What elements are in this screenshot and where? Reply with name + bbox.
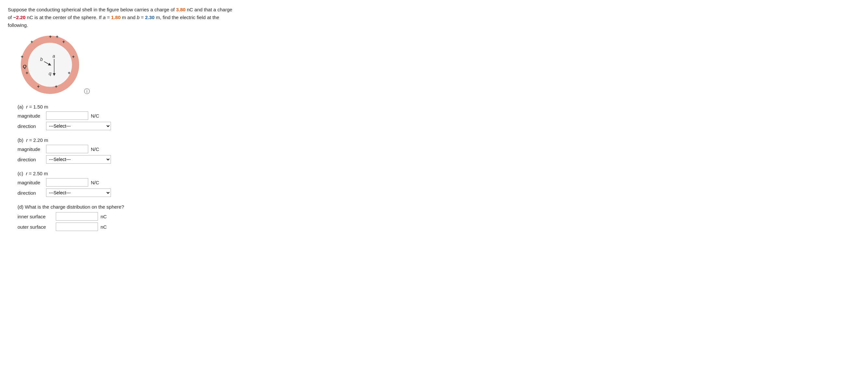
part-b-label: (b) r = 2.20 m — [18, 137, 860, 143]
svg-text:Q: Q — [23, 64, 27, 69]
part-c-magnitude-row: magnitude N/C — [18, 178, 860, 186]
part-a-direction-row: direction ---Select--- radially inward r… — [18, 122, 860, 130]
direction-label-b: direction — [18, 157, 43, 162]
part-a-label: (a) r = 1.50 m — [18, 104, 860, 109]
svg-text:+: + — [26, 70, 28, 75]
unit-label-b: N/C — [91, 146, 99, 152]
svg-text:+: + — [55, 84, 57, 89]
svg-text:+: + — [62, 39, 65, 44]
svg-text:+: + — [72, 54, 74, 59]
magnitude-label-a: magnitude — [18, 113, 43, 118]
part-b-direction-row: direction ---Select--- radially inward r… — [18, 155, 860, 164]
part-c-section: (c) r = 2.50 m magnitude N/C direction -… — [18, 171, 860, 197]
part-b-section: (b) r = 2.20 m magnitude N/C direction -… — [18, 137, 860, 164]
problem-statement: Suppose the conducting spherical shell i… — [8, 6, 235, 29]
svg-text:a: a — [53, 54, 55, 59]
unit-label-c: N/C — [91, 180, 99, 185]
magnitude-input-b[interactable] — [46, 145, 88, 153]
direction-label-c: direction — [18, 190, 43, 196]
charge-center-value: −2.20 — [13, 14, 26, 20]
inner-surface-unit: nC — [100, 214, 107, 219]
svg-text:q: q — [49, 71, 52, 76]
part-a-magnitude-row: magnitude N/C — [18, 111, 860, 120]
outer-surface-input[interactable] — [56, 222, 98, 231]
svg-text:+: + — [30, 39, 33, 44]
part-d-section: (d) What is the charge distribution on t… — [18, 204, 860, 231]
direction-select-a[interactable]: ---Select--- radially inward radially ou… — [46, 122, 111, 130]
inner-surface-input[interactable] — [56, 212, 98, 220]
svg-text:+: + — [21, 54, 23, 59]
part-a-section: (a) r = 1.50 m magnitude N/C direction -… — [18, 104, 860, 130]
svg-text:+: + — [68, 70, 70, 75]
info-icon[interactable]: ⓘ — [84, 88, 90, 95]
magnitude-label-c: magnitude — [18, 180, 43, 185]
direction-label-a: direction — [18, 124, 43, 129]
charge-q-value: 3.80 — [176, 7, 186, 12]
inner-surface-row: inner surface nC — [18, 212, 860, 220]
b-value: 2.30 — [145, 14, 154, 20]
svg-text:+: + — [49, 34, 52, 39]
part-b-magnitude-row: magnitude N/C — [18, 145, 860, 153]
direction-select-c[interactable]: ---Select--- radially inward radially ou… — [46, 188, 111, 197]
part-c-direction-row: direction ---Select--- radially inward r… — [18, 188, 860, 197]
svg-text:b: b — [40, 57, 43, 62]
outer-surface-row: outer surface nC — [18, 222, 860, 231]
magnitude-input-c[interactable] — [46, 178, 88, 186]
outer-surface-label: outer surface — [18, 224, 53, 230]
parts-container: (a) r = 1.50 m magnitude N/C direction -… — [18, 104, 860, 231]
svg-text:+: + — [37, 84, 39, 89]
sphere-diagram: + + + + + + + + + + Q b a — [18, 32, 83, 98]
outer-surface-unit: nC — [100, 224, 107, 230]
magnitude-input-a[interactable] — [46, 111, 88, 120]
part-d-title: (d) What is the charge distribution on t… — [18, 204, 860, 210]
unit-label-a: N/C — [91, 113, 99, 118]
magnitude-label-b: magnitude — [18, 146, 43, 152]
svg-text:+: + — [56, 34, 58, 39]
inner-surface-label: inner surface — [18, 214, 53, 219]
part-c-label: (c) r = 2.50 m — [18, 171, 860, 176]
direction-select-b[interactable]: ---Select--- radially inward radially ou… — [46, 155, 111, 164]
a-value: 1.80 — [111, 14, 121, 20]
